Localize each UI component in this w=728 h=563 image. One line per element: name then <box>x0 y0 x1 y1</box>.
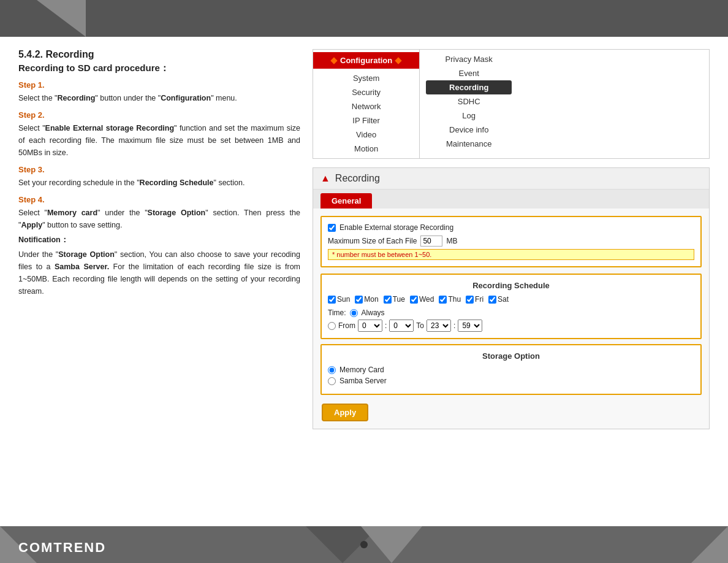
time-from-row: From 0126121823 : 015304559 To 016121823… <box>328 320 694 332</box>
enable-recording-checkbox[interactable] <box>328 224 336 232</box>
label-sun: Sun <box>337 295 350 304</box>
enable-box: Enable External storage Recording Maximu… <box>320 216 702 267</box>
schedule-title: Recording Schedule <box>328 281 694 290</box>
label-fri: Fri <box>475 295 483 304</box>
label-wed: Wed <box>419 295 434 304</box>
from-min-select[interactable]: 015304559 <box>389 320 414 332</box>
storage-box: Storage Option Memory Card Samba Server <box>320 344 702 395</box>
step1-text: Select the "Recording" button under the … <box>18 92 300 104</box>
menu-video[interactable]: Video <box>313 128 419 142</box>
warning-text: * number must be between 1~50. <box>328 249 694 260</box>
day-sun: Sun <box>328 295 350 304</box>
menu-privacymask[interactable]: Privacy Mask <box>426 52 512 66</box>
checkbox-sat[interactable] <box>488 296 496 304</box>
config-header-label: Configuration <box>340 56 392 65</box>
menu-ipfilter[interactable]: IP Filter <box>313 113 419 128</box>
main-content: 5.4.2. Recording Recording to SD card pr… <box>0 37 728 526</box>
tab-bar: General <box>313 190 709 209</box>
colon2: : <box>453 321 455 330</box>
radio-samba[interactable] <box>328 377 336 385</box>
to-hour-select[interactable]: 016121823 <box>427 320 451 332</box>
colon1: : <box>385 321 387 330</box>
bottom-bar: COMTREND <box>0 526 728 563</box>
config-right: Privacy Mask Event Recording SDHC Log De… <box>420 50 518 158</box>
notification-label: Notification： <box>18 234 300 246</box>
enable-recording-label: Enable External storage Recording <box>339 223 453 232</box>
config-left: Configuration System Security Network IP… <box>313 50 420 158</box>
menu-recording[interactable]: Recording <box>426 80 512 94</box>
day-fri: Fri <box>466 295 483 304</box>
max-size-unit: MB <box>446 237 457 245</box>
menu-motion[interactable]: Motion <box>313 142 419 156</box>
from-label: From <box>338 321 355 330</box>
radio-memory-card[interactable] <box>328 366 336 374</box>
config-panel: Configuration System Security Network IP… <box>313 49 710 159</box>
time-label: Time: <box>328 308 346 317</box>
menu-event[interactable]: Event <box>426 66 512 80</box>
tab-general[interactable]: General <box>320 193 372 209</box>
brand-name: COMTREND <box>18 540 106 555</box>
left-column: 5.4.2. Recording Recording to SD card pr… <box>18 49 300 514</box>
day-tue: Tue <box>384 295 405 304</box>
to-label: To <box>416 321 424 330</box>
section-title: 5.4.2. Recording <box>18 49 300 60</box>
bottom-dot <box>360 541 368 548</box>
day-mon: Mon <box>355 295 378 304</box>
menu-sdhc[interactable]: SDHC <box>426 94 512 109</box>
step1-label: Step 1. <box>18 80 300 90</box>
to-min-select[interactable]: 015304559 <box>458 320 482 332</box>
menu-log[interactable]: Log <box>426 109 512 123</box>
diamond-right-icon <box>395 57 402 64</box>
step2-label: Step 2. <box>18 110 300 120</box>
recording-logo-icon: ▲ <box>320 173 330 184</box>
step4-label: Step 4. <box>18 195 300 204</box>
apply-button[interactable]: Apply <box>322 404 368 421</box>
time-row: Time: Always <box>328 308 694 317</box>
checkbox-fri[interactable] <box>466 296 474 304</box>
recording-header: ▲ Recording <box>313 168 709 190</box>
always-label: Always <box>362 308 385 317</box>
label-mon: Mon <box>364 295 378 304</box>
menu-network[interactable]: Network <box>313 99 419 113</box>
checkbox-mon[interactable] <box>355 296 363 304</box>
radio-always[interactable] <box>350 309 358 317</box>
brand-logo: COMTREND <box>18 540 106 556</box>
bottom-tri-right <box>691 526 728 563</box>
storage-title: Storage Option <box>328 351 694 361</box>
max-size-label: Maximum Size of Each File <box>328 237 417 245</box>
memory-card-row: Memory Card <box>328 366 694 374</box>
step4-text: Select "Memory card" under the "Storage … <box>18 207 300 231</box>
center-tri-light <box>361 526 422 563</box>
max-size-input[interactable] <box>420 236 442 247</box>
label-sat: Sat <box>498 295 509 304</box>
menu-system[interactable]: System <box>313 71 419 85</box>
menu-deviceinfo[interactable]: Device info <box>426 123 512 137</box>
right-column: Configuration System Security Network IP… <box>313 49 710 514</box>
recording-panel: ▲ Recording General Enable External stor… <box>313 167 710 429</box>
radio-from[interactable] <box>328 322 336 330</box>
schedule-box: Recording Schedule Sun Mon Tue <box>320 274 702 339</box>
label-thu: Thu <box>448 295 461 304</box>
top-bar <box>0 0 728 37</box>
days-row: Sun Mon Tue Wed <box>328 295 694 304</box>
samba-row: Samba Server <box>328 377 694 385</box>
label-tue: Tue <box>393 295 405 304</box>
menu-maintenance[interactable]: Maintenance <box>426 137 512 151</box>
checkbox-tue[interactable] <box>384 296 392 304</box>
checkbox-thu[interactable] <box>439 296 447 304</box>
day-wed: Wed <box>410 295 434 304</box>
menu-security[interactable]: Security <box>313 85 419 99</box>
step2-text: Select "Enable External storage Recordin… <box>18 122 300 159</box>
notification-text: Under the "Storage Option" section, You … <box>18 248 300 297</box>
checkbox-wed[interactable] <box>410 296 418 304</box>
config-header: Configuration <box>313 52 419 69</box>
diamond-left-icon <box>330 57 337 64</box>
samba-label: Samba Server <box>339 377 387 385</box>
checkbox-sun[interactable] <box>328 296 336 304</box>
max-size-row: Maximum Size of Each File MB <box>328 236 694 247</box>
top-bar-triangle <box>37 0 86 37</box>
day-sat: Sat <box>488 295 509 304</box>
section-subtitle: Recording to SD card procedure： <box>18 63 300 74</box>
memory-card-label: Memory Card <box>339 366 384 374</box>
from-hour-select[interactable]: 0126121823 <box>358 320 382 332</box>
